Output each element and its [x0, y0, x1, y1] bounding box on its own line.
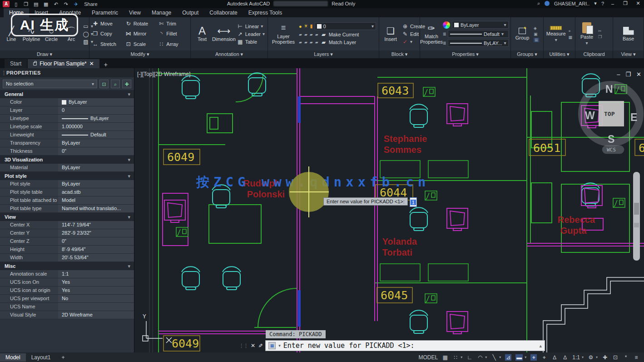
- prop-row[interactable]: Annotation scale1:1: [0, 270, 134, 278]
- panel-label-clipboard[interactable]: Clipboard: [575, 50, 613, 58]
- share-icon[interactable]: ✈: [72, 1, 79, 7]
- new-file-icon[interactable]: ▯: [12, 1, 20, 7]
- prop-row[interactable]: Height8'-9 49/64": [0, 246, 134, 254]
- layer-on-icon[interactable]: ●: [299, 24, 302, 29]
- isolate-objects-icon[interactable]: ⊡: [612, 354, 619, 361]
- object-snap-icon[interactable]: ⌖: [530, 354, 537, 361]
- quick-select-button[interactable]: ✚: [122, 80, 131, 88]
- panel-label-draw[interactable]: Draw ▾: [0, 50, 89, 58]
- layer-unlock-icon[interactable]: ▰: [304, 40, 307, 45]
- leader-button[interactable]: ↗Leader ▾: [237, 31, 265, 37]
- command-close-icon[interactable]: ✕: [251, 342, 255, 349]
- plot-icon[interactable]: ▦: [42, 1, 50, 7]
- paste-button[interactable]: Paste ▾: [578, 22, 595, 45]
- user-name[interactable]: GHASEM_ARI..: [554, 1, 590, 6]
- layer-lock2-icon[interactable]: ▰: [299, 40, 302, 45]
- dimension-button[interactable]: ⟷ Dimension: [213, 26, 234, 42]
- drawing-canvas[interactable]: 6043 6049 6044 6045 6051 6049 6 Stephani…: [134, 68, 644, 352]
- prop-row[interactable]: LineweightDefault: [0, 131, 134, 139]
- grid-toggle-icon[interactable]: ▦: [442, 354, 448, 361]
- layer-thaw-icon[interactable]: ☀: [304, 23, 308, 29]
- command-prompt-text[interactable]: Enter new value for PICKADD <1>:: [283, 342, 537, 350]
- avatar[interactable]: [545, 1, 550, 6]
- autocad-logo[interactable]: A: [3, 1, 10, 7]
- customize-menu-icon[interactable]: ≡: [633, 354, 639, 361]
- hardware-graphics-icon[interactable]: *: [623, 354, 629, 361]
- linear-button[interactable]: ⊢Linear ▾: [237, 23, 265, 30]
- copy-clip-icon[interactable]: ❒: [598, 35, 602, 39]
- ortho-toggle-icon[interactable]: ∟: [466, 354, 473, 361]
- prop-row[interactable]: Thickness0": [0, 147, 134, 156]
- lineweight-dropdown[interactable]: Default ▾: [448, 30, 509, 38]
- layer-merge-icon[interactable]: ▰: [310, 40, 313, 45]
- command-expand-icon[interactable]: ▴: [540, 343, 542, 349]
- user-chevron-icon[interactable]: ▾: [594, 0, 597, 6]
- selection-dropdown[interactable]: No selection ▾: [3, 80, 97, 88]
- stretch-button[interactable]: ↔Stretch: [92, 41, 122, 47]
- layer-properties-button[interactable]: ≡ Layer Properties: [271, 23, 296, 45]
- prop-row[interactable]: Plot table typeNamed without translatio.…: [0, 205, 134, 213]
- layer-freeze-icon[interactable]: ▰: [310, 32, 313, 37]
- prop-row[interactable]: Layer0: [0, 106, 134, 115]
- rotate-button[interactable]: ↻Rotate: [125, 20, 155, 27]
- new-drawing-tab-button[interactable]: +: [100, 61, 111, 68]
- panel-label-properties[interactable]: Properties ▾: [420, 50, 510, 58]
- viewcube-east[interactable]: E: [630, 111, 637, 123]
- tab-manage[interactable]: Manage: [146, 8, 177, 17]
- viewcube-top-label[interactable]: TOP: [604, 111, 615, 117]
- workspace-gear-icon[interactable]: ⚙: [588, 354, 594, 361]
- group-button[interactable]: ✦ Group: [514, 28, 531, 40]
- section-misc[interactable]: Misc▾: [0, 262, 134, 270]
- command-wrench-icon[interactable]: ✎: [257, 343, 263, 348]
- annotation-visibility-icon[interactable]: ∆: [551, 354, 558, 361]
- copy-button[interactable]: ❒Copy: [92, 30, 122, 37]
- dynamic-input-icon[interactable]: ⊿: [505, 354, 511, 361]
- trim-button[interactable]: ✄Trim: [158, 20, 188, 27]
- panel-label-block[interactable]: Block ▾: [379, 50, 420, 58]
- match-layer-button[interactable]: ▰Match Layer: [321, 39, 357, 45]
- section-3d-visualization[interactable]: 3D Visualization▾: [0, 156, 134, 164]
- layer-delete-icon[interactable]: ▰: [315, 40, 318, 45]
- fillet-button[interactable]: ◝Fillet: [158, 30, 188, 37]
- drawing-restore-button[interactable]: ❐: [625, 71, 631, 78]
- tab-collaborate[interactable]: Collaborate: [204, 8, 243, 17]
- move-button[interactable]: ✚Move: [92, 20, 122, 27]
- viewcube[interactable]: TOP N W E S WCS: [582, 83, 640, 154]
- isodraft-icon[interactable]: ╲: [491, 354, 497, 361]
- search-icon[interactable]: ⌕: [537, 0, 540, 6]
- tooltip-value-field[interactable]: 1: [410, 197, 417, 207]
- prop-row[interactable]: Plot table attached toModel: [0, 196, 134, 205]
- prop-row[interactable]: UCS per viewportNo: [0, 295, 134, 303]
- group-selection-icon[interactable]: ⊞: [534, 38, 539, 42]
- minimize-button[interactable]: –: [609, 1, 617, 6]
- layer-lock-icon[interactable]: ▮: [310, 23, 313, 29]
- command-input-bar[interactable]: ▦ ▾ Enter new value for PICKADD <1>: ▴: [265, 340, 545, 351]
- drawing-minimize-button[interactable]: –: [617, 71, 620, 78]
- save-icon[interactable]: ▤: [32, 1, 40, 7]
- panel-label-annotation[interactable]: Annotation ▾: [191, 50, 268, 58]
- prop-row[interactable]: Center Y282'-9 23/32": [0, 229, 134, 237]
- command-grip[interactable]: ⋮⋮: [239, 343, 248, 349]
- tab-express-tools[interactable]: Express Tools: [243, 8, 287, 17]
- table-button[interactable]: ▦Table: [237, 39, 265, 45]
- section-view[interactable]: View▾: [0, 213, 134, 221]
- layer-isolate-icon[interactable]: ▰: [299, 32, 302, 37]
- polar-tracking-icon[interactable]: ◠: [477, 354, 483, 361]
- undo-icon[interactable]: ↶: [52, 1, 59, 7]
- pickadd-toggle-button[interactable]: ⊡: [99, 80, 109, 88]
- tab-parametric[interactable]: Parametric: [86, 8, 124, 17]
- array-button[interactable]: ∷Array: [158, 41, 188, 47]
- section-plot-style[interactable]: Plot style▾: [0, 172, 134, 180]
- layer-off-icon[interactable]: ▰: [315, 32, 318, 37]
- layer-unisolate-icon[interactable]: ▰: [304, 32, 307, 37]
- prop-row[interactable]: Visual Style2D Wireframe: [0, 311, 134, 319]
- lineweight-display-icon[interactable]: ▬: [515, 354, 523, 361]
- make-current-button[interactable]: ▰Make Current: [321, 31, 359, 38]
- cut-icon[interactable]: ✂: [598, 29, 602, 33]
- file-tab-start[interactable]: Start: [5, 59, 27, 68]
- share-label[interactable]: Share: [84, 1, 97, 7]
- linetype-dropdown[interactable]: ByLAY... ▾: [448, 39, 509, 47]
- group-edit-icon[interactable]: ▣: [534, 32, 539, 36]
- prop-row[interactable]: TransparencyByLayer: [0, 139, 134, 147]
- prop-row[interactable]: Linetype scale1.000000: [0, 123, 134, 131]
